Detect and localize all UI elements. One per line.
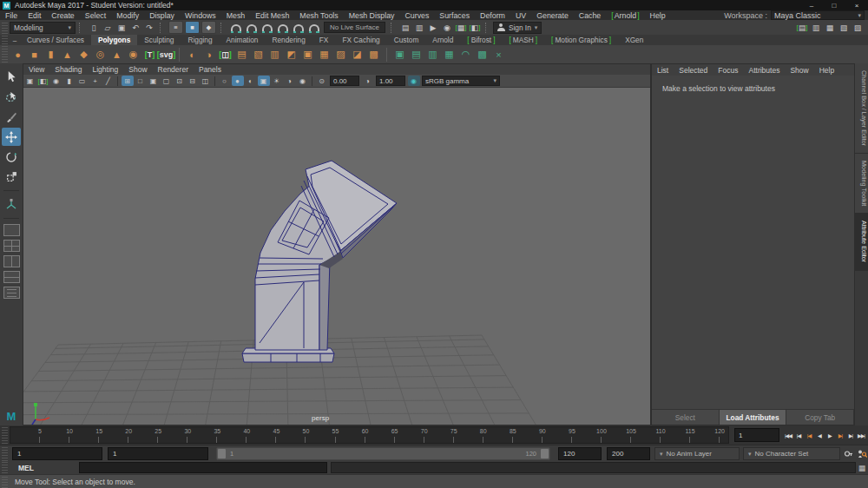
menu-item[interactable]: Edit Mesh xyxy=(255,11,289,20)
snap-to-projected-center-icon[interactable] xyxy=(278,24,288,32)
time-slider-track[interactable]: 5101520253035404550556065707580859095100… xyxy=(10,426,729,444)
group-separator[interactable] xyxy=(220,23,225,33)
render-view-icon[interactable]: ▤ xyxy=(399,22,411,33)
film-gate-icon[interactable]: □ xyxy=(135,76,147,86)
occlusion-icon[interactable]: ◉ xyxy=(297,76,309,86)
image-plane-icon[interactable]: ▭ xyxy=(76,76,89,86)
menu-item[interactable]: UV xyxy=(516,11,526,20)
maximize-button[interactable]: □ xyxy=(823,0,845,10)
no-live-surface-button[interactable]: No Live Surface xyxy=(324,22,385,33)
snap-to-grid-icon[interactable] xyxy=(231,24,241,32)
panel-menu-item[interactable]: View xyxy=(29,65,44,74)
attribute-editor-menu-item[interactable]: Attributes xyxy=(748,66,779,75)
wireframe-icon[interactable]: ○ xyxy=(219,76,231,86)
current-frame-field[interactable]: 1 xyxy=(734,428,779,442)
shelf-tab[interactable]: Polygons xyxy=(91,35,137,45)
two-d-pan-zoom-icon[interactable]: + xyxy=(89,76,102,86)
textured-icon[interactable]: ▣ xyxy=(258,76,270,86)
uv-planar-icon[interactable]: ▣ xyxy=(392,47,407,62)
shelf-tab[interactable]: Rendering xyxy=(265,35,312,45)
uv-spherical-icon[interactable]: ▦ xyxy=(442,47,457,62)
poly-sphere-icon[interactable]: ● xyxy=(10,47,25,62)
render-setup-icon[interactable]: ▦ xyxy=(455,22,467,33)
sidebar-vertical-tab[interactable]: Modeling Toolkit xyxy=(855,154,868,214)
toolbar-separator[interactable] xyxy=(312,76,312,86)
resolution-gate-icon[interactable]: ▣ xyxy=(148,76,160,86)
playback-start-field[interactable]: 1 xyxy=(108,447,208,460)
animation-start-field[interactable]: 1 xyxy=(12,447,102,460)
undo-icon[interactable]: ↶ xyxy=(129,22,141,33)
scale-tool-button[interactable] xyxy=(2,168,21,186)
poly-svg-icon[interactable]: svg xyxy=(159,47,174,62)
toolbar-separator[interactable] xyxy=(214,76,215,86)
uv-auto-icon[interactable]: ▤ xyxy=(409,47,424,62)
two-pane-stacked-layout-button[interactable] xyxy=(3,271,20,283)
menu-set-dropdown[interactable]: Modeling ▾ xyxy=(10,22,76,34)
group-separator[interactable] xyxy=(485,23,490,33)
select-component-icon[interactable]: ◆ xyxy=(201,21,216,34)
poly-cube-icon[interactable]: ■ xyxy=(27,47,42,62)
contrast-icon[interactable]: ◑ xyxy=(362,76,374,86)
camera-attributes-icon[interactable]: ◉ xyxy=(50,76,62,86)
uv-cylindrical-icon[interactable]: ▥ xyxy=(425,47,440,62)
go-to-end-button[interactable]: ▶▶| xyxy=(856,428,866,442)
drag-handle[interactable] xyxy=(2,446,8,461)
close-button[interactable]: × xyxy=(845,0,868,10)
drag-handle[interactable] xyxy=(2,46,8,63)
attribute-editor-menu-item[interactable]: Help xyxy=(819,66,834,75)
group-separator[interactable] xyxy=(79,23,83,33)
cut-sew-uv-icon[interactable]: × xyxy=(491,47,506,62)
open-scene-icon[interactable]: ▱ xyxy=(102,22,114,33)
shelf-tab[interactable]: Custom xyxy=(387,35,426,45)
gate-mask-icon[interactable]: ▢ xyxy=(161,76,173,86)
select-camera-icon[interactable]: ▣ xyxy=(24,76,36,86)
use-all-lights-icon[interactable]: ☀ xyxy=(271,76,283,86)
shelf-tab[interactable]: FX xyxy=(312,35,336,45)
shelf-menu-icon[interactable]: ‒ xyxy=(10,35,19,46)
quad-draw-icon[interactable]: ▨ xyxy=(333,47,348,62)
four-pane-layout-button[interactable] xyxy=(3,240,20,252)
bookmarks-icon[interactable]: ▮ xyxy=(63,76,76,86)
attribute-editor-button[interactable]: Copy Tab xyxy=(786,410,854,425)
smooth-shade-icon[interactable]: ● xyxy=(232,76,244,86)
sidebar-vertical-tab[interactable]: Attribute Editor xyxy=(855,214,868,270)
channel-box-toggle-icon[interactable]: ▨ xyxy=(852,22,864,33)
step-forward-frame-button[interactable]: ▶| xyxy=(845,428,856,442)
select-hierarchy-icon[interactable]: ≡ xyxy=(168,21,183,34)
group-separator[interactable] xyxy=(160,23,164,33)
mel-toggle-button[interactable]: MEL xyxy=(10,464,79,472)
sign-in-dropdown[interactable]: Sign In ▾ xyxy=(493,22,542,34)
shelf-tab[interactable]: Sculpting xyxy=(137,35,181,45)
select-object-icon[interactable]: ■ xyxy=(185,21,200,34)
drag-handle[interactable] xyxy=(2,21,8,34)
panel-menu-item[interactable]: Show xyxy=(128,65,147,74)
range-start-handle[interactable] xyxy=(218,449,226,458)
menu-item[interactable]: Mesh Tools xyxy=(299,11,338,20)
field-chart-icon[interactable]: ⊡ xyxy=(174,76,186,86)
snap-to-points-icon[interactable] xyxy=(262,24,273,32)
panel-menu-item[interactable]: Lighting xyxy=(92,65,118,74)
exposure-icon[interactable]: ⊙ xyxy=(316,76,328,86)
safe-action-icon[interactable]: ⊟ xyxy=(187,76,199,86)
auto-keyframe-icon[interactable] xyxy=(856,448,867,459)
step-back-frame-button[interactable]: |◀ xyxy=(793,428,804,442)
poly-pipe-icon[interactable]: ◉ xyxy=(126,47,141,62)
panel-menu-item[interactable]: Renderer xyxy=(158,65,188,74)
single-pane-layout-button[interactable] xyxy=(3,224,20,236)
move-tool-button[interactable] xyxy=(2,128,21,146)
render-current-frame-icon[interactable]: ▥ xyxy=(413,22,425,33)
combine-icon[interactable]: ◐ xyxy=(185,47,200,62)
perspective-viewport[interactable]: ViewShadingLightingShowRendererPanels ▣◧… xyxy=(23,63,651,425)
shelf-tab[interactable]: MASH xyxy=(502,35,544,45)
attribute-editor-menu-item[interactable]: Show xyxy=(790,66,808,75)
smooth-icon[interactable]: ▩ xyxy=(366,47,381,62)
grease-pencil-icon[interactable]: ╱ xyxy=(102,76,115,86)
contrast-field[interactable]: 1.00 xyxy=(376,76,405,86)
panel-menu-item[interactable]: Panels xyxy=(199,65,221,74)
workspace-dropdown[interactable]: Maya Classic ▾ xyxy=(771,10,865,20)
shelf-tab[interactable]: XGen xyxy=(618,35,650,45)
range-slider-track[interactable]: 1 120 xyxy=(216,447,550,460)
humanik-toggle-icon[interactable]: ▥ xyxy=(810,22,822,33)
render-settings-icon[interactable]: ◉ xyxy=(441,22,453,33)
sidebar-vertical-tab[interactable]: Channel Box / Layer Editor xyxy=(855,63,868,154)
